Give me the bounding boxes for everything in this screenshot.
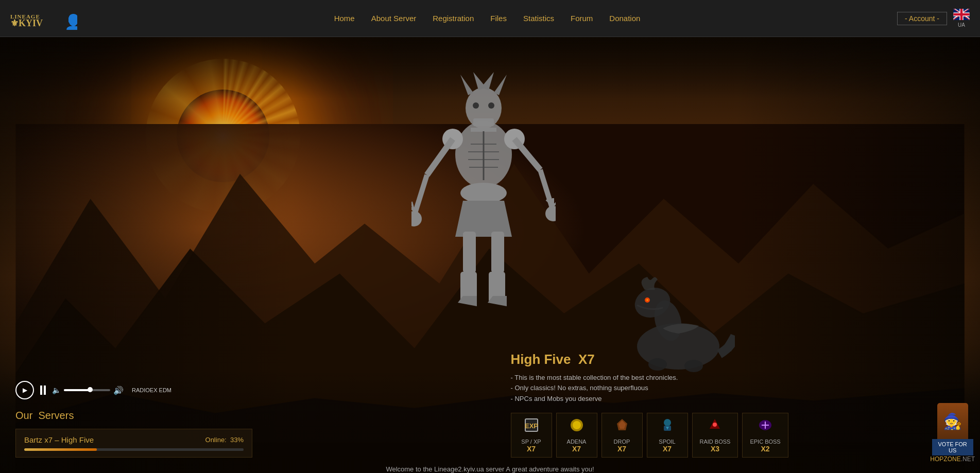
rate-name-3: SPOIL bbox=[655, 439, 680, 445]
logo-area: LINEAGE ⚜KYIV 👤 bbox=[10, 4, 77, 32]
radio-label: RADIOEX EDM bbox=[132, 387, 171, 393]
vote-widget[interactable]: 🧙 VOTE FOR US HOPZONE.NET bbox=[930, 403, 975, 463]
rate-svg-5 bbox=[758, 417, 773, 433]
nav-donation[interactable]: Donation bbox=[609, 14, 640, 23]
svg-point-68 bbox=[664, 419, 671, 426]
svg-rect-49 bbox=[463, 232, 476, 273]
nav-files[interactable]: Files bbox=[490, 14, 507, 23]
rate-svg-3 bbox=[660, 417, 675, 433]
rates-grid: EXP SP / XP X7 ADENA X7 DROP X7 SPOIL X7 bbox=[511, 413, 965, 458]
server-progress-fill bbox=[24, 448, 97, 451]
svg-line-35 bbox=[427, 139, 453, 175]
volume-icon: 🔈 bbox=[52, 386, 61, 394]
rate-svg-2 bbox=[614, 417, 630, 433]
vote-for-us-button[interactable]: VOTE FOR US bbox=[932, 439, 973, 456]
svg-line-36 bbox=[414, 175, 427, 216]
play-button[interactable]: ▶ bbox=[15, 381, 34, 399]
svg-marker-19 bbox=[460, 75, 473, 95]
game-desc-2: - Only classics! No extras, nothing supe… bbox=[511, 383, 965, 394]
game-title: High Five X7 bbox=[511, 352, 965, 367]
servers-title-text: Our bbox=[15, 410, 32, 421]
account-button[interactable]: - Account - bbox=[897, 12, 947, 25]
hopzone-logo: HOPZONE.NET bbox=[930, 456, 975, 463]
rate-svg-4 bbox=[707, 417, 723, 433]
rate-name-5: EPIC BOSS bbox=[750, 439, 780, 445]
left-panel: ▶ 🔈 🔊 RADIOEX EDM Our Ser bbox=[0, 329, 490, 473]
volume-slider[interactable] bbox=[64, 389, 110, 391]
rate-item-raid-boss: RAID BOSS X3 bbox=[692, 413, 738, 458]
rate-value-3: X7 bbox=[655, 445, 680, 453]
svg-point-47 bbox=[460, 183, 507, 203]
lang-label: UA bbox=[953, 22, 970, 28]
svg-text:👤: 👤 bbox=[64, 13, 77, 30]
pause-button[interactable] bbox=[40, 386, 46, 395]
server-card-header: Bartz x7 – High Five Online: 33% bbox=[24, 435, 244, 444]
hopzone-net: .NET bbox=[961, 456, 975, 463]
volume-max-icon: 🔊 bbox=[113, 386, 124, 395]
game-desc-1: - This is the most stable collection of … bbox=[511, 373, 965, 383]
rate-value-2: X7 bbox=[609, 445, 635, 453]
svg-marker-20 bbox=[494, 75, 507, 95]
svg-text:EXP: EXP bbox=[524, 422, 538, 430]
volume-area: 🔈 🔊 bbox=[52, 386, 124, 395]
svg-text:⚜KYIV: ⚜KYIV bbox=[10, 18, 43, 28]
game-title-text: High Five bbox=[511, 352, 571, 367]
server-type: – High Five bbox=[55, 435, 94, 444]
media-player: ▶ 🔈 🔊 RADIOEX EDM bbox=[15, 381, 475, 399]
hopzone-text: HOPZONE bbox=[930, 456, 960, 463]
main-nav: Home About Server Registration Files Sta… bbox=[77, 14, 897, 23]
svg-point-71 bbox=[713, 423, 717, 427]
right-panel: High Five X7 - This is the most stable c… bbox=[490, 329, 981, 473]
rate-name-0: SP / XP bbox=[519, 439, 544, 445]
rate-svg-1 bbox=[569, 417, 584, 433]
boss-character bbox=[411, 72, 556, 340]
rate-value-5: X2 bbox=[750, 445, 780, 453]
game-desc-3: - NPCs and Mobs you deserve bbox=[511, 394, 965, 405]
hopzone-branding: HOPZONE.NET bbox=[930, 456, 975, 463]
svg-rect-51 bbox=[491, 232, 504, 273]
bottom-overlay: ▶ 🔈 🔊 RADIOEX EDM Our Ser bbox=[0, 329, 980, 473]
svg-rect-11 bbox=[953, 13, 969, 16]
rate-item-epic-boss: EPIC BOSS X2 bbox=[742, 413, 788, 458]
rate-icon-0: EXP bbox=[519, 417, 544, 436]
rate-value-4: X3 bbox=[700, 445, 731, 453]
rate-icon-1 bbox=[564, 417, 590, 436]
svg-point-59 bbox=[646, 299, 648, 301]
rate-item-adena: ADENA X7 bbox=[556, 413, 597, 458]
svg-line-41 bbox=[514, 139, 540, 170]
svg-point-24 bbox=[488, 102, 494, 109]
nav-home[interactable]: Home bbox=[334, 14, 355, 23]
svg-marker-48 bbox=[455, 201, 512, 237]
rate-item-drop: DROP X7 bbox=[601, 413, 643, 458]
svg-point-23 bbox=[473, 102, 479, 109]
nav-statistics[interactable]: Statistics bbox=[523, 14, 554, 23]
vote-character: 🧙 bbox=[937, 403, 968, 439]
rate-name-4: RAID BOSS bbox=[700, 439, 731, 445]
server-progress-bar bbox=[24, 448, 244, 451]
game-title-rate: X7 bbox=[578, 352, 595, 367]
header: LINEAGE ⚜KYIV 👤 Home About Server Regist… bbox=[0, 0, 980, 37]
nav-about[interactable]: About Server bbox=[371, 14, 417, 23]
pause-bar-2 bbox=[44, 386, 46, 395]
rate-svg-0: EXP bbox=[524, 417, 539, 433]
rate-item-sp---xp: EXP SP / XP X7 bbox=[511, 413, 552, 458]
server-online: Online: 33% bbox=[205, 436, 244, 444]
rate-item-spoil: SPOIL X7 bbox=[647, 413, 688, 458]
rate-name-2: DROP bbox=[609, 439, 635, 445]
hero-section: ▶ 🔈 🔊 RADIOEX EDM Our Ser bbox=[0, 37, 980, 473]
server-card[interactable]: Bartz x7 – High Five Online: 33% bbox=[15, 429, 252, 458]
rate-value-0: X7 bbox=[519, 445, 544, 453]
servers-title-highlight: Servers bbox=[38, 410, 74, 421]
online-label: Online: bbox=[205, 436, 227, 444]
pause-bar-1 bbox=[40, 386, 42, 395]
rate-name-1: ADENA bbox=[564, 439, 590, 445]
game-description: - This is the most stable collection of … bbox=[511, 373, 965, 405]
nav-registration[interactable]: Registration bbox=[433, 14, 474, 23]
language-selector[interactable]: UA UA bbox=[953, 9, 970, 28]
server-name: Bartz x7 – High Five bbox=[24, 435, 94, 444]
server-base-name: Bartz bbox=[24, 435, 42, 444]
server-rate: x7 bbox=[44, 435, 53, 444]
svg-point-37 bbox=[411, 211, 422, 226]
nav-forum[interactable]: Forum bbox=[571, 14, 593, 23]
rate-icon-3 bbox=[655, 417, 680, 436]
